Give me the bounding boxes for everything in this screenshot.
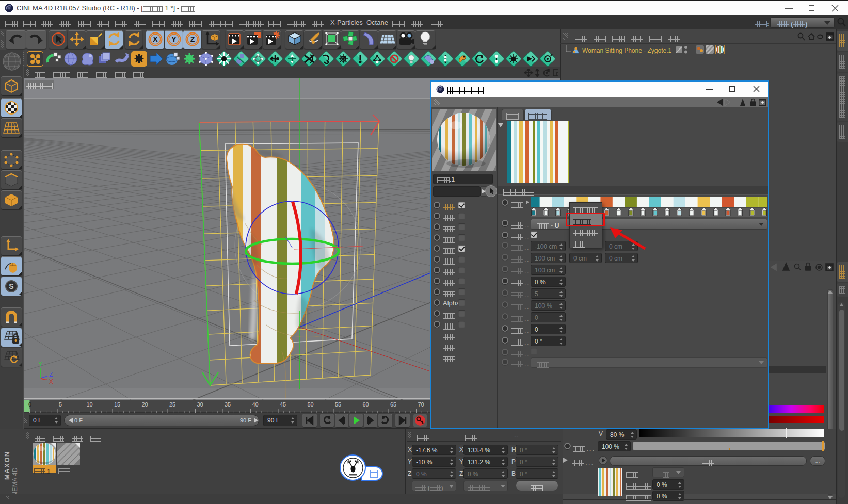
svg-text:Y: Y bbox=[38, 361, 42, 368]
svg-text:35: 35 bbox=[225, 401, 231, 408]
svg-text:Z: Z bbox=[49, 371, 53, 378]
svg-text:10: 10 bbox=[87, 401, 93, 408]
svg-text:55: 55 bbox=[335, 401, 341, 408]
svg-text:5: 5 bbox=[59, 401, 62, 408]
svg-text:25: 25 bbox=[169, 401, 175, 408]
svg-text:65: 65 bbox=[390, 401, 396, 408]
svg-text:45: 45 bbox=[280, 401, 286, 408]
svg-text:20: 20 bbox=[142, 401, 148, 408]
svg-text:S: S bbox=[9, 282, 13, 290]
svg-text:Z: Z bbox=[190, 35, 195, 43]
svg-text:X: X bbox=[49, 378, 53, 385]
svg-text:40: 40 bbox=[252, 401, 259, 408]
svg-text:30: 30 bbox=[197, 401, 203, 408]
svg-text:15: 15 bbox=[114, 401, 120, 408]
svg-text:70: 70 bbox=[418, 401, 424, 408]
svg-text:Y: Y bbox=[171, 35, 177, 43]
svg-text:60: 60 bbox=[363, 401, 369, 408]
svg-text:0: 0 bbox=[28, 401, 31, 408]
svg-text:50: 50 bbox=[308, 401, 314, 408]
svg-text:X: X bbox=[153, 35, 158, 43]
